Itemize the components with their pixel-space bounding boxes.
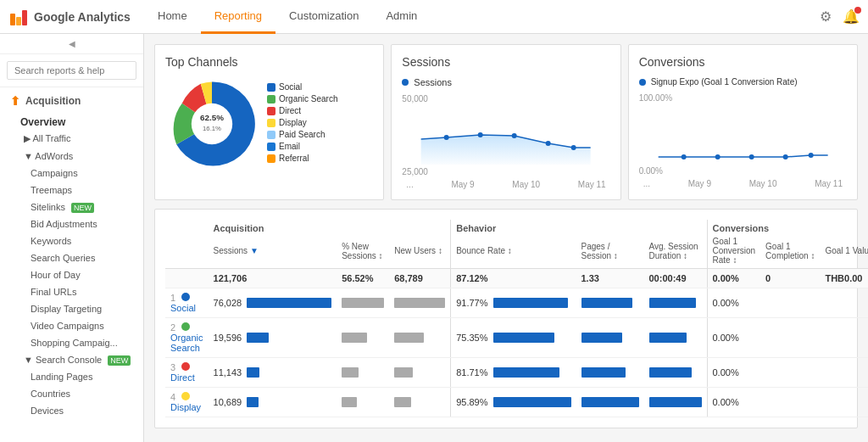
th-bounce[interactable]: Bounce Rate ↕ [451, 233, 576, 269]
table-total-row: 121,706 56.52% 68,789 87.12% 1.33 00:00:… [165, 269, 868, 288]
x-label-1: May 9 [451, 180, 474, 189]
svg-rect-0 [10, 14, 15, 25]
sidebar-adwords[interactable]: ▼ AdWords [0, 148, 143, 165]
total-duration: 00:00:49 [644, 269, 708, 288]
channel-cell-social: 1 Social [165, 288, 209, 318]
bounce-direct: 81.71% [451, 358, 576, 388]
sort-icon4: ↕ [508, 246, 512, 255]
sessions-display: 10,689 [209, 388, 337, 417]
goal1-value-direct [820, 358, 868, 388]
channel-link-direct[interactable]: Direct [170, 372, 195, 383]
sidebar-sitelinks[interactable]: Sitelinks NEW [0, 199, 143, 215]
duration-display [644, 388, 708, 417]
svg-rect-2 [22, 10, 27, 25]
pages-bar-display [581, 397, 639, 407]
legend-email: Email [267, 142, 337, 151]
th-goal1-rate[interactable]: Goal 1ConversionRate ↕ [707, 233, 760, 269]
nav-reporting[interactable]: Reporting [201, 0, 275, 34]
th-acquisition-header: Acquisition [209, 220, 451, 233]
th-duration[interactable]: Avg. SessionDuration ↕ [644, 233, 708, 269]
th-new-users[interactable]: New Users ↕ [389, 233, 451, 269]
svg-point-9 [546, 141, 551, 146]
svg-rect-1 [16, 17, 21, 25]
legend-organic-dot [267, 95, 275, 104]
sidebar-devices[interactable]: Devices [0, 402, 143, 419]
sidebar-keywords[interactable]: Keywords [0, 232, 143, 249]
sessions-x-labels: ... May 9 May 10 May 11 [402, 180, 609, 189]
top-channels-title: Top Channels [165, 55, 373, 69]
sidebar-acquisition-header[interactable]: ⬆ Acquisition [0, 87, 143, 111]
th-sessions[interactable]: Sessions ▼ [209, 233, 337, 269]
conversions-title: Conversions [639, 55, 847, 69]
sidebar-collapse-btn[interactable]: ◀ [0, 34, 143, 54]
search-box [0, 54, 143, 87]
sessions-bar-organic [247, 333, 269, 343]
sidebar-search-queries[interactable]: Search Queries [0, 249, 143, 266]
th-pages[interactable]: Pages /Session ↕ [576, 233, 644, 269]
th-goal1-completion[interactable]: Goal 1Completion ↕ [760, 233, 820, 269]
sessions-y-top: 50,000 [402, 94, 609, 104]
sessions-y-bottom: 25,000 [402, 167, 609, 176]
conv-x-label-1: May 9 [688, 179, 711, 188]
sidebar-search-console[interactable]: ▼ Search Console NEW [0, 351, 143, 368]
svg-text:62.5%: 62.5% [200, 113, 224, 122]
sidebar-campaigns[interactable]: Campaigns [0, 165, 143, 182]
pct-bar-direct [342, 367, 359, 378]
channel-link-display[interactable]: Display [170, 402, 201, 412]
th-conversions-header: Conversions [707, 220, 868, 233]
conv-x-label-0: ... [643, 179, 650, 188]
goal1-rate-organic: 0.00% [707, 318, 760, 358]
legend-organic: Organic Search [267, 94, 337, 104]
sidebar-section-label: Acquisition [25, 95, 81, 107]
legend-display-label: Display [279, 118, 307, 127]
sidebar-landing-pages[interactable]: Landing Pages [0, 368, 143, 385]
settings-icon[interactable]: ⚙ [817, 8, 834, 25]
nav-customization[interactable]: Customization [275, 0, 372, 34]
notifications-icon[interactable]: 🔔 [843, 8, 860, 25]
th-pct-new[interactable]: % NewSessions ↕ [337, 233, 389, 269]
sidebar-hour-of-day[interactable]: Hour of Day [0, 266, 143, 283]
legend-direct: Direct [267, 106, 337, 115]
channel-dot-display [181, 392, 190, 400]
legend-paid-search-dot [267, 131, 275, 139]
sessions-legend: Sessions [402, 77, 609, 87]
pct-bar-social [342, 298, 384, 308]
legend-social-dot [267, 83, 275, 92]
search-input[interactable] [7, 61, 136, 80]
conv-x-label-3: May 11 [815, 179, 843, 188]
channel-cell-display: 4 Display [165, 388, 209, 417]
channel-link-organic[interactable]: Organic Search [170, 333, 203, 353]
newusers-bar-social [394, 298, 445, 308]
bounce-bar-social [493, 298, 568, 308]
sidebar-final-urls[interactable]: Final URLs [0, 283, 143, 300]
pie-section: 62.5% 16.1% Social Organic Search [165, 77, 373, 171]
sessions-chart [402, 105, 609, 165]
svg-point-8 [512, 133, 517, 138]
pages-direct [576, 358, 644, 388]
sidebar-bid-adjustments[interactable]: Bid Adjustments [0, 215, 143, 232]
table-row: 4 Display 10,689 [165, 388, 868, 417]
notification-badge [854, 7, 861, 14]
goal1-rate-direct: 0.00% [707, 358, 760, 388]
sidebar-video-campaigns[interactable]: Video Campaigns [0, 317, 143, 334]
th-goal1-value[interactable]: Goal 1 Value ↕ [820, 233, 868, 269]
top-channels-panel: Top Channels [154, 44, 384, 200]
sidebar-all-traffic[interactable]: ▶ All Traffic [0, 130, 143, 148]
sidebar-display-targeting[interactable]: Display Targeting [0, 300, 143, 317]
acquisition-icon: ⬆ [10, 94, 20, 108]
goal1-value-organic [820, 318, 868, 358]
legend-social: Social [267, 82, 337, 92]
sidebar-shopping-campaigns[interactable]: Shopping Campaig... [0, 334, 143, 351]
channel-link-social[interactable]: Social [170, 303, 196, 313]
nav-home[interactable]: Home [144, 0, 201, 34]
goal1-completion-direct [760, 358, 820, 388]
sidebar-treemaps[interactable]: Treemaps [0, 182, 143, 199]
legend-organic-label: Organic Search [279, 94, 337, 104]
sessions-direct: 11,143 [209, 358, 337, 388]
sidebar-countries[interactable]: Countries [0, 385, 143, 402]
duration-direct [644, 358, 708, 388]
pct-bar-organic [342, 333, 367, 343]
sidebar-overview-label[interactable]: Overview [0, 111, 143, 130]
x-label-0: ... [406, 180, 413, 189]
nav-admin[interactable]: Admin [372, 0, 431, 34]
